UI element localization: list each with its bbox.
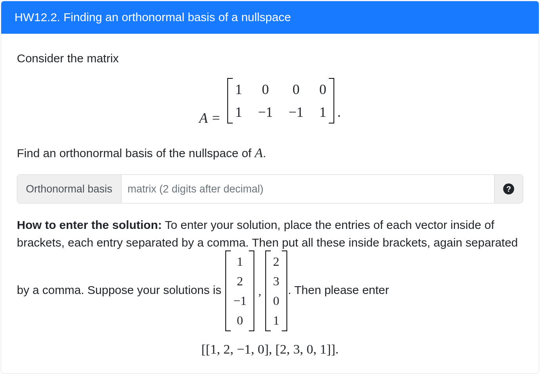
intro-text: Consider the matrix (17, 49, 523, 67)
instructions-text-2: . Then please enter (288, 283, 389, 296)
vec-cell: 0 (237, 311, 243, 330)
example-vectors: 1 2 −1 0 , 2 3 0 1 (225, 251, 288, 330)
example-vector-1: 1 2 −1 0 (225, 251, 254, 330)
left-bracket-icon (225, 251, 229, 330)
matrix-cells: 1 0 0 0 1 −1 −1 1 (231, 79, 330, 123)
instructions-block: How to enter the solution: To enter your… (17, 216, 523, 330)
vec-cell: 1 (237, 252, 243, 271)
find-instruction: Find an orthonormal basis of the nullspa… (17, 143, 523, 163)
find-text: Find an orthonormal basis of the nullspa… (17, 147, 255, 160)
right-bracket-icon (250, 251, 254, 330)
question-card: HW12.2. Finding an orthonormal basis of … (1, 1, 539, 374)
question-title: HW12.2. Finding an orthonormal basis of … (14, 11, 291, 24)
vec-cell: 2 (273, 252, 279, 271)
answer-input[interactable] (121, 175, 494, 203)
matrix-display: A = 1 0 0 0 1 −1 −1 1 . (17, 79, 523, 129)
example-vector-2: 2 3 0 1 (265, 251, 287, 330)
matrix-cell: 1 (319, 102, 326, 123)
matrix-A: 1 0 0 0 1 −1 −1 1 . (227, 79, 341, 123)
input-label: Orthonormal basis (17, 175, 121, 203)
matrix-cell: 1 (235, 102, 242, 123)
matrix-period: . (337, 102, 341, 123)
vec-cell: 0 (273, 291, 279, 310)
left-bracket-icon (227, 79, 231, 123)
matrix-cell: 0 (292, 79, 299, 100)
final-expression: [[1, 2, −1, 0], [2, 3, 0, 1]]. (17, 339, 523, 359)
left-bracket-icon (265, 251, 269, 330)
help-button[interactable]: ? (494, 175, 523, 203)
vector-separator: , (258, 282, 261, 300)
matrix-cell: 0 (319, 79, 326, 100)
matrix-cell: −1 (288, 102, 303, 123)
vec-cell: −1 (233, 291, 246, 310)
matrix-brackets: 1 0 0 0 1 −1 −1 1 (227, 79, 334, 123)
variable-A: A (255, 145, 263, 160)
help-icon: ? (503, 183, 514, 194)
card-body: Consider the matrix A = 1 0 0 0 1 −1 −1 … (1, 34, 539, 373)
answer-input-group: Orthonormal basis ? (17, 174, 523, 203)
vec-cell: 2 (237, 272, 243, 290)
card-header: HW12.2. Finding an orthonormal basis of … (1, 1, 539, 34)
matrix-cell: 1 (235, 79, 242, 100)
find-period: . (263, 147, 266, 160)
vec-cell: 3 (273, 272, 279, 290)
matrix-cell: −1 (258, 102, 273, 123)
right-bracket-icon (283, 251, 287, 330)
vector-cells: 1 2 −1 0 (229, 251, 250, 330)
vector-cells: 2 3 0 1 (269, 251, 283, 330)
matrix-label: A = (199, 110, 221, 126)
right-bracket-icon (330, 79, 334, 123)
matrix-cell: 0 (262, 79, 269, 100)
vec-cell: 1 (273, 311, 279, 330)
instructions-heading: How to enter the solution: (17, 218, 162, 231)
